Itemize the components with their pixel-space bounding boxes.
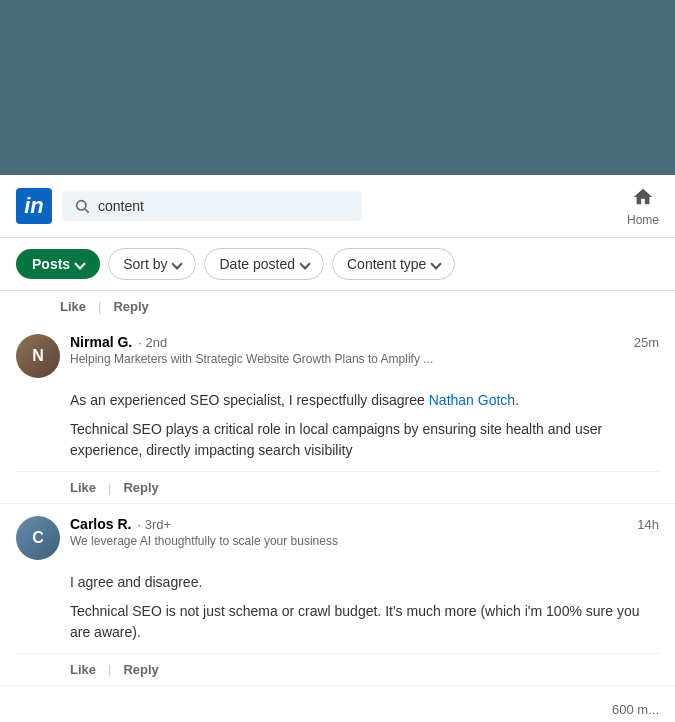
- comment-tagline-carlos: We leverage AI thoughtfully to scale you…: [70, 534, 490, 548]
- comment-body-nirmal: As an experienced SEO specialist, I resp…: [16, 386, 659, 471]
- like-button-nirmal[interactable]: Like: [70, 480, 96, 495]
- comment-degree-carlos: · 3rd+: [137, 517, 171, 532]
- posts-chevron-icon: [74, 258, 85, 269]
- comment-time-carlos: 14h: [637, 517, 659, 532]
- date-posted-button[interactable]: Date posted: [204, 248, 324, 280]
- comment-header-nirmal: N Nirmal G. · 2nd 25m Helping Marketers …: [16, 334, 659, 378]
- comment-para-1-carlos: I agree and disagree.: [70, 572, 659, 593]
- comment-meta-carlos: Carlos R. · 3rd+ 14h We leverage AI thou…: [70, 516, 659, 548]
- svg-line-1: [85, 209, 89, 213]
- svg-point-0: [77, 201, 86, 210]
- top-banner: [0, 0, 675, 175]
- reply-button-carlos[interactable]: Reply: [123, 662, 158, 677]
- search-bar: [62, 191, 362, 221]
- home-label: Home: [627, 213, 659, 227]
- comment-degree-nirmal: · 2nd: [138, 335, 167, 350]
- sort-by-chevron-icon: [172, 258, 183, 269]
- search-icon: [74, 198, 90, 214]
- comment-tagline-nirmal: Helping Marketers with Strategic Website…: [70, 352, 490, 366]
- avatar-nirmal[interactable]: N: [16, 334, 60, 378]
- separator: |: [108, 662, 111, 677]
- comment-body-carlos: I agree and disagree. Technical SEO is n…: [16, 568, 659, 653]
- sort-by-button[interactable]: Sort by: [108, 248, 196, 280]
- date-posted-chevron-icon: [299, 258, 310, 269]
- content-type-chevron-icon: [431, 258, 442, 269]
- search-input[interactable]: [98, 198, 350, 214]
- comment-nirmal: N Nirmal G. · 2nd 25m Helping Marketers …: [0, 322, 675, 504]
- posts-button-label: Posts: [32, 256, 70, 272]
- separator: |: [98, 299, 101, 314]
- comment-para-2-nirmal: Technical SEO plays a critical role in l…: [70, 419, 659, 461]
- reply-button-nirmal[interactable]: Reply: [123, 480, 158, 495]
- initial-reply-button[interactable]: Reply: [113, 299, 148, 314]
- posts-button[interactable]: Posts: [16, 249, 100, 279]
- partial-counter: 600 m...: [16, 698, 659, 722]
- avatar-carlos[interactable]: C: [16, 516, 60, 560]
- home-nav-item[interactable]: Home: [627, 185, 659, 227]
- linkedin-logo[interactable]: in: [16, 188, 52, 224]
- comment-header-carlos: C Carlos R. · 3rd+ 14h We leverage AI th…: [16, 516, 659, 560]
- comment-name-nirmal[interactable]: Nirmal G.: [70, 334, 132, 350]
- comment-actions-carlos: Like | Reply: [16, 653, 659, 685]
- separator: |: [108, 480, 111, 495]
- comment-para-2-carlos: Technical SEO is not just schema or craw…: [70, 601, 659, 643]
- initial-like-reply-row: Like | Reply: [0, 291, 675, 322]
- content-type-label: Content type: [347, 256, 426, 272]
- comment-name-row-carlos: Carlos R. · 3rd+ 14h: [70, 516, 659, 532]
- comment-name-carlos[interactable]: Carlos R.: [70, 516, 131, 532]
- comment-time-nirmal: 25m: [634, 335, 659, 350]
- comment-carlos: C Carlos R. · 3rd+ 14h We leverage AI th…: [0, 504, 675, 686]
- date-posted-label: Date posted: [219, 256, 295, 272]
- initial-like-button[interactable]: Like: [60, 299, 86, 314]
- comment-para-1-nirmal: As an experienced SEO specialist, I resp…: [70, 390, 659, 411]
- mention-nathan[interactable]: Nathan Gotch: [429, 392, 515, 408]
- comment-actions-nirmal: Like | Reply: [16, 471, 659, 503]
- home-icon: [631, 185, 655, 209]
- comment-name-row-nirmal: Nirmal G. · 2nd 25m: [70, 334, 659, 350]
- nav-bar: in Home: [0, 175, 675, 238]
- sort-by-label: Sort by: [123, 256, 167, 272]
- linkedin-logo-text: in: [24, 195, 44, 217]
- like-button-carlos[interactable]: Like: [70, 662, 96, 677]
- filter-bar: Posts Sort by Date posted Content type: [0, 238, 675, 291]
- comment-meta-nirmal: Nirmal G. · 2nd 25m Helping Marketers wi…: [70, 334, 659, 366]
- content-type-button[interactable]: Content type: [332, 248, 455, 280]
- partial-counter-area: 600 m...: [0, 686, 675, 722]
